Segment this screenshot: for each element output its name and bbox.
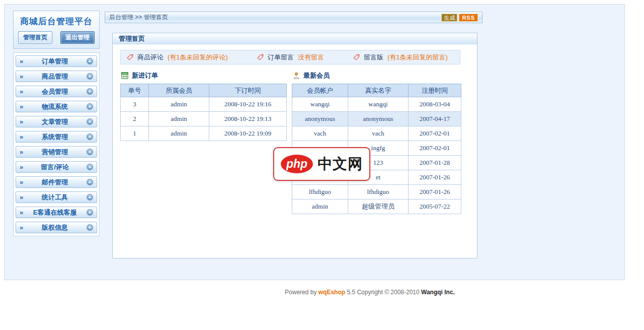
footer-company: Wangqi Inc. xyxy=(421,289,455,296)
plus-icon[interactable] xyxy=(87,103,93,110)
plus-icon[interactable] xyxy=(87,209,93,216)
table-cell: 2 xyxy=(121,112,149,126)
plus-icon[interactable] xyxy=(87,179,93,185)
panel-body: 商品评论(有1条未回复的评论) 订单留言没有留言 留言版(有1条未回复的留言) xyxy=(113,44,477,220)
sidebar-item-logistics[interactable]: 物流系统 xyxy=(16,101,97,112)
table-cell: 2005-07-22 xyxy=(409,200,461,214)
table-row: 1 admin 2008-10-22 19:09 xyxy=(121,126,287,141)
notice-label: 留言版 xyxy=(364,53,383,62)
table-cell: vach xyxy=(348,126,409,141)
logout-button[interactable]: 退出管理 xyxy=(60,31,95,44)
sidebar-item-label: 会员管理 xyxy=(23,87,87,96)
admin-home-button[interactable]: 管理首页 xyxy=(18,31,52,44)
chevrons-icon xyxy=(20,224,23,231)
chevrons-icon xyxy=(20,209,23,216)
table-row: wangqi wangqi 2008-03-04 xyxy=(292,97,461,112)
sidebar-item-marketing[interactable]: 营销管理 xyxy=(16,146,97,158)
chevrons-icon xyxy=(20,134,23,140)
dashboard-sections: 新进订单 单号 所属会员 下订时间 3 xyxy=(120,65,469,214)
column-header: 下订时间 xyxy=(209,84,287,97)
footer-copyright: Copyright © 2008-2010 xyxy=(357,289,421,296)
chevrons-icon xyxy=(20,164,23,170)
footer-brand-link[interactable]: wqEshop xyxy=(318,289,345,296)
new-members-section: 最新会员 会员帐户 真实名字 注册时间 wangqi xyxy=(292,65,461,214)
column-header: 真实名字 xyxy=(348,84,409,97)
sidebar-item-comments[interactable]: 留言/评论 xyxy=(16,161,97,173)
new-members-title: 最新会员 xyxy=(293,71,461,80)
plus-icon[interactable] xyxy=(87,194,93,201)
table-row: 2 admin 2008-10-22 19:13 xyxy=(121,112,287,126)
table-cell: 3 xyxy=(121,97,149,112)
sidebar-item-orders[interactable]: 订单管理 xyxy=(16,55,97,67)
table-cell: 2008-10-22 19:13 xyxy=(209,112,287,126)
chevrons-icon xyxy=(20,88,23,95)
sidebar-item-articles[interactable]: 文章管理 xyxy=(16,116,97,127)
table-row: vach vach 2007-02-01 xyxy=(292,126,461,141)
notice-product-comments[interactable]: 商品评论(有1条未回复的评论) xyxy=(127,53,228,62)
sidebar-item-label: 邮件管理 xyxy=(23,178,87,187)
plus-icon[interactable] xyxy=(87,58,93,64)
plus-icon[interactable] xyxy=(87,88,93,95)
notice-guestbook[interactable]: 留言版(有1条未回复的留言) xyxy=(353,53,448,62)
plus-icon[interactable] xyxy=(87,134,93,140)
generate-rss-button[interactable]: 生成 xyxy=(441,14,457,22)
sidebar-menu: 订单管理 商品管理 会员管理 物流系统 xyxy=(13,52,100,236)
sidebar-item-label: 物流系统 xyxy=(23,102,87,111)
notice-label: 订单留言 xyxy=(268,53,294,62)
table-header-row: 会员帐户 真实名字 注册时间 xyxy=(292,84,461,97)
sidebar-item-label: 商品管理 xyxy=(23,72,87,81)
notice-detail: (有1条未回复的评论) xyxy=(168,53,228,62)
footer-powered-text: Powered by xyxy=(285,289,318,296)
table-cell: 2008-03-04 xyxy=(409,97,461,112)
sidebar-item-copyright[interactable]: 版权信息 xyxy=(16,222,97,233)
plus-icon[interactable] xyxy=(87,164,93,170)
notice-detail: (有1条未回复的留言) xyxy=(387,53,448,62)
sidebar: 商城后台管理平台 管理首页 退出管理 订单管理 商品管理 xyxy=(13,11,100,236)
plus-icon[interactable] xyxy=(87,149,93,155)
sidebar-item-label: 统计工具 xyxy=(23,193,87,202)
section-title-text: 最新会员 xyxy=(303,71,330,80)
tag-icon xyxy=(127,54,133,60)
plus-icon[interactable] xyxy=(87,73,93,80)
app-title: 商城后台管理平台 xyxy=(17,14,96,31)
chevrons-icon xyxy=(20,73,23,80)
sidebar-item-stats[interactable]: 统计工具 xyxy=(16,191,97,203)
person-icon xyxy=(293,72,300,79)
admin-home-panel: 管理首页 商品评论(有1条未回复的评论) 订单留言没有留言 xyxy=(112,33,477,258)
breadcrumb: 后台管理 >> 管理首页 xyxy=(109,13,441,22)
sidebar-item-products[interactable]: 商品管理 xyxy=(16,71,97,82)
notice-order-messages[interactable]: 订单留言没有留言 xyxy=(257,53,324,62)
table-icon xyxy=(121,72,128,79)
table-cell: 2007-02-01 xyxy=(409,141,461,156)
table-cell: lfhdiguo xyxy=(348,185,409,200)
column-header: 会员帐户 xyxy=(292,84,348,97)
sidebar-item-label: 系统管理 xyxy=(23,133,87,142)
plus-icon[interactable] xyxy=(87,224,93,231)
breadcrumb-bar: 后台管理 >> 管理首页 生成 RSS xyxy=(105,12,482,23)
table-cell: admin xyxy=(149,97,209,112)
sidebar-item-members[interactable]: 会员管理 xyxy=(16,86,97,97)
rss-controls: 生成 RSS xyxy=(441,14,478,22)
table-cell: anonymous xyxy=(348,112,409,126)
tag-icon xyxy=(353,54,360,60)
table-cell: admin xyxy=(149,126,209,141)
table-cell: 2008-10-22 19:16 xyxy=(209,97,287,112)
sidebar-item-system[interactable]: 系统管理 xyxy=(16,131,97,143)
table-cell: vach xyxy=(292,126,348,141)
php-cn-watermark: php 中文网 xyxy=(273,147,370,181)
notice-detail: 没有留言 xyxy=(298,53,324,62)
table-row: anonymous anonymous 2007-04-17 xyxy=(292,112,461,126)
table-row: admin 超级管理员 2005-07-22 xyxy=(292,200,461,214)
rss-badge[interactable]: RSS xyxy=(459,14,478,22)
notice-bar: 商品评论(有1条未回复的评论) 订单留言没有留言 留言版(有1条未回复的留言) xyxy=(120,50,460,64)
table-cell: 2007-01-28 xyxy=(409,156,461,170)
sidebar-item-mail[interactable]: 邮件管理 xyxy=(16,176,97,188)
new-orders-title: 新进订单 xyxy=(121,71,287,80)
chevrons-icon xyxy=(20,103,23,110)
sidebar-item-livechat[interactable]: E客通在线客服 xyxy=(16,207,97,218)
plus-icon[interactable] xyxy=(87,118,93,125)
logo-buttons: 管理首页 退出管理 xyxy=(17,31,96,44)
table-row: 3 admin 2008-10-22 19:16 xyxy=(121,97,287,112)
section-title-text: 新进订单 xyxy=(132,71,158,80)
footer-version: 5.5 xyxy=(345,289,357,296)
